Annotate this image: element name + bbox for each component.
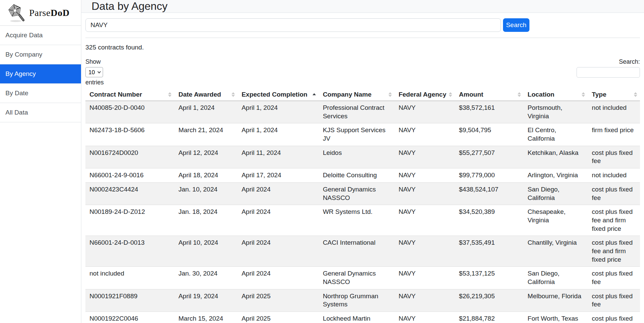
table-cell: April 2024 [238, 267, 319, 289]
table-cell: Leidos [319, 146, 395, 168]
table-cell: Fort Worth, Texas [524, 312, 588, 323]
page-length-select[interactable]: 10 [85, 67, 103, 77]
table-cell: NAVY [395, 236, 455, 267]
column-header-location[interactable]: Location [524, 88, 588, 101]
table-cell: N0016724D0020 [85, 146, 174, 168]
parsedod-magnifier-pentagon-icon [7, 2, 26, 23]
table-cell: Ketchikan, Alaska [524, 146, 588, 168]
sidebar-nav: Acquire DataBy CompanyBy AgencyBy DateAl… [0, 26, 81, 122]
table-cell: NAVY [395, 267, 455, 289]
table-cell: NAVY [395, 289, 455, 311]
table-cell: Portsmouth, Virginia [524, 101, 588, 123]
table-cell: General Dynamics NASSCO [319, 182, 395, 205]
table-cell: April 2024 [238, 182, 319, 205]
table-cell: cost plus fixed fee [588, 146, 640, 168]
sidebar-item-all-data[interactable]: All Data [0, 103, 81, 122]
table-cell: Professional Contract Services [319, 101, 395, 123]
table-cell: $53,137,125 [455, 267, 523, 289]
table-cell: $9,504,795 [455, 123, 523, 146]
table-cell: NAVY [395, 182, 455, 205]
column-label: Contract Number [89, 91, 142, 98]
sidebar-item-acquire-data[interactable]: Acquire Data [0, 26, 81, 45]
table-cell: $26,219,305 [455, 289, 523, 311]
table-cell: April 1, 2024 [238, 101, 319, 123]
table-cell: April 10, 2024 [174, 236, 237, 267]
table-row: N40085-20-D-0040April 1, 2024April 1, 20… [85, 101, 640, 123]
table-cell: April 12, 2024 [174, 146, 237, 168]
table-cell: N66001-24-D-0013 [85, 236, 174, 267]
table-cell: N0001922C0046 [85, 312, 174, 323]
table-cell: Chantilly, Virginia [524, 236, 588, 267]
table-cell: San Diego, California [524, 267, 588, 289]
column-header-amount[interactable]: Amount [455, 88, 523, 101]
column-header-expected-completion[interactable]: Expected Completion [238, 88, 319, 101]
table-cell: NAVY [395, 146, 455, 168]
table-cell: N66001-24-9-0016 [85, 168, 174, 183]
table-filter-input[interactable] [577, 67, 640, 78]
table-cell: El Centro, California [524, 123, 588, 146]
table-cell: Melbourne, Florida [524, 289, 588, 311]
table-cell: not included [85, 267, 174, 289]
table-cell: March 21, 2024 [174, 123, 237, 146]
agency-search-input[interactable] [85, 18, 501, 32]
table-row: not includedJan. 30, 2024April 2024Gener… [85, 267, 640, 289]
page-title: Data by Agency [92, 0, 167, 13]
filter-label: Search: [577, 58, 640, 65]
logo[interactable]: ParseDoD [0, 0, 81, 26]
table-cell: cost plus fixed fee [588, 182, 640, 205]
table-cell: not included [588, 168, 640, 183]
column-label: Federal Agency [399, 91, 446, 98]
table-cell: N0002423C4424 [85, 182, 174, 205]
table-cell: Jan. 10, 2024 [174, 182, 237, 205]
table-cell: Jan. 30, 2024 [174, 267, 237, 289]
table-row: N00189-24-D-Z012Jan. 18, 2024April 2024W… [85, 205, 640, 236]
contracts-table: Contract NumberDate AwardedExpected Comp… [85, 88, 640, 323]
table-cell: April 18, 2024 [174, 168, 237, 183]
table-cell: $438,524,107 [455, 182, 523, 205]
brand-name: ParseDoD [29, 7, 69, 18]
sort-both-icon [518, 92, 521, 97]
sidebar-item-by-date[interactable]: By Date [0, 84, 81, 103]
table-cell: April 1, 2024 [238, 123, 319, 146]
sidebar-item-by-agency[interactable]: By Agency [0, 64, 81, 84]
column-header-federal-agency[interactable]: Federal Agency [395, 88, 455, 101]
table-filter: Search: [577, 58, 640, 78]
sort-both-icon [232, 92, 235, 97]
table-cell: NAVY [395, 205, 455, 236]
sidebar-item-by-company[interactable]: By Company [0, 45, 81, 64]
table-cell: cost plus fixed fee [588, 289, 640, 311]
table-controls: Show 10 entries Search: [85, 58, 640, 86]
table-cell: Jan. 18, 2024 [174, 205, 237, 236]
table-cell: Northrop Grumman Systems [319, 289, 395, 311]
divider [85, 38, 640, 38]
search-button[interactable]: Search [503, 18, 529, 32]
table-row: N66001-24-9-0016April 18, 2024April 17, … [85, 168, 640, 183]
table-cell: Arlington, Virginia [524, 168, 588, 183]
table-row: N66001-24-D-0013April 10, 2024April 2024… [85, 236, 640, 267]
table-cell: April 2025 [238, 312, 319, 323]
column-label: Expected Completion [242, 91, 307, 98]
column-header-date-awarded[interactable]: Date Awarded [174, 88, 237, 101]
table-cell: April 2024 [238, 205, 319, 236]
table-cell: NAVY [395, 123, 455, 146]
table-cell: $99,779,000 [455, 168, 523, 183]
table-row: N0001921F0889April 19, 2024April 2025Nor… [85, 289, 640, 311]
column-label: Location [528, 91, 555, 98]
content: Search 325 contracts found. Show 10 entr… [81, 13, 644, 323]
column-header-contract-number[interactable]: Contract Number [85, 88, 174, 101]
column-label: Date Awarded [178, 91, 221, 98]
page-length-select-wrap: 10 [85, 67, 103, 77]
sort-both-icon [582, 92, 585, 97]
column-header-type[interactable]: Type [588, 88, 640, 101]
table-cell: not included [588, 101, 640, 123]
column-label: Amount [459, 91, 483, 98]
agency-search-form: Search [85, 18, 529, 32]
table-row: N0016724D0020April 12, 2024April 11, 202… [85, 146, 640, 168]
column-header-company-name[interactable]: Company Name [319, 88, 395, 101]
results-summary: 325 contracts found. [85, 44, 640, 51]
sort-both-icon [388, 92, 392, 97]
table-cell: NAVY [395, 168, 455, 183]
table-cell: San Diego, California [524, 182, 588, 205]
table-cell: April 11, 2024 [238, 146, 319, 168]
table-cell: April 2025 [238, 289, 319, 311]
